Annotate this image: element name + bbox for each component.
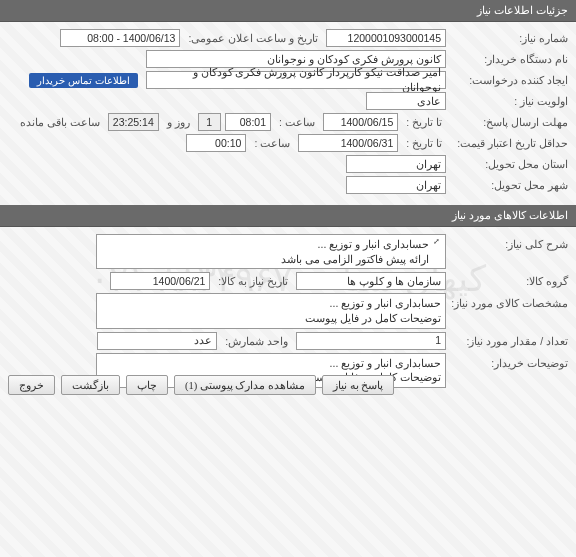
- field-deadline-date: 1400/06/15: [323, 113, 398, 131]
- attachments-button[interactable]: مشاهده مدارک پیوستی (1): [174, 375, 316, 395]
- label-buyer-comments: توضیحات خریدار:: [450, 353, 568, 369]
- field-delivery-city: تهران: [346, 176, 446, 194]
- field-request-creator: امیر صداقت نیکو کارپرداز کانون پرورش فکر…: [146, 71, 446, 89]
- field-deadline-countdown: 23:25:14: [108, 113, 159, 131]
- need-desc-line1: حسابداری انبار و توزیع ...: [281, 237, 429, 252]
- label-price-min-date: حداقل تاریخ اعتبار قیمت:: [450, 137, 568, 149]
- sublabel-time-1: ساعت :: [279, 116, 315, 128]
- sublabel-hours-remaining: ساعت باقی مانده: [20, 116, 100, 128]
- label-response-deadline: مهلت ارسال پاسخ:: [450, 116, 568, 128]
- field-price-time: 00:10: [186, 134, 246, 152]
- item-spec-line2: توضیحات کامل در فایل پیوست: [101, 311, 441, 326]
- field-qty: 1: [296, 332, 446, 350]
- label-item-spec: مشخصات کالای مورد نیاز:: [450, 293, 568, 309]
- section-need-info: شماره نیاز: 1200001093000145 تاریخ و ساع…: [0, 22, 576, 205]
- field-product-group: سازمان ها و کلوپ ها: [296, 272, 446, 290]
- back-button[interactable]: بازگشت: [61, 375, 120, 395]
- label-announce-datetime: تاریخ و ساعت اعلان عمومی:: [188, 32, 318, 44]
- page-container: جزئیات اطلاعات نیاز شماره نیاز: 12000010…: [0, 0, 576, 399]
- label-need-to-product-date: تاریخ نیاز به کالا:: [218, 275, 288, 287]
- sublabel-days-and: روز و: [167, 116, 190, 128]
- field-need-to-product-date: 1400/06/21: [110, 272, 210, 290]
- footer-buttons: خروج بازگشت چاپ مشاهده مدارک پیوستی (1) …: [8, 375, 568, 395]
- label-priority: اولویت نیاز :: [450, 95, 568, 107]
- label-unit: واحد شمارش:: [225, 335, 288, 347]
- label-product-group: گروه کالا:: [450, 275, 568, 287]
- field-deadline-time: 08:01: [225, 113, 271, 131]
- sublabel-to-date-1: تا تاریخ :: [406, 116, 442, 128]
- label-qty: تعداد / مقدار مورد نیاز:: [450, 335, 568, 347]
- section-items-info: شرح کلی نیاز: ⤢ حسابداری انبار و توزیع .…: [0, 227, 576, 399]
- item-spec-line1: حسابداری انبار و توزیع ...: [101, 296, 441, 311]
- sublabel-to-date-2: تا تاریخ :: [406, 137, 442, 149]
- label-need-desc: شرح کلی نیاز:: [450, 234, 568, 250]
- field-item-spec: حسابداری انبار و توزیع ... توضیحات کامل …: [96, 293, 446, 328]
- label-need-number: شماره نیاز:: [450, 32, 568, 44]
- label-delivery-province: استان محل تحویل:: [450, 158, 568, 170]
- field-priority: عادی: [366, 92, 446, 110]
- panel-header-items-info: اطلاعات کالاهای مورد نیاز: [0, 205, 576, 227]
- field-need-number: 1200001093000145: [326, 29, 446, 47]
- respond-button[interactable]: پاسخ به نیاز: [322, 375, 394, 395]
- need-desc-line2: ارائه پیش فاکتور الزامی می باشد: [281, 252, 429, 267]
- field-price-date: 1400/06/31: [298, 134, 398, 152]
- field-deadline-days: 1: [198, 113, 221, 131]
- buyer-comments-line1: حسابداری انبار و توزیع ...: [101, 356, 441, 371]
- tag-contact-buyer[interactable]: اطلاعات تماس خریدار: [29, 73, 138, 88]
- field-need-desc: ⤢ حسابداری انبار و توزیع ... ارائه پیش ف…: [96, 234, 446, 269]
- expand-icon[interactable]: ⤢: [431, 237, 441, 247]
- panel-header-need-info: جزئیات اطلاعات نیاز: [0, 0, 576, 22]
- field-announce-datetime: 1400/06/13 - 08:00: [60, 29, 180, 47]
- label-delivery-city: شهر محل تحویل:: [450, 179, 568, 191]
- label-request-creator: ایجاد کننده درخواست:: [450, 74, 568, 86]
- label-buyer-dept: نام دستگاه خریدار:: [450, 53, 568, 65]
- sublabel-time-2: ساعت :: [254, 137, 290, 149]
- exit-button[interactable]: خروج: [8, 375, 55, 395]
- field-unit: عدد: [97, 332, 217, 350]
- field-delivery-province: تهران: [346, 155, 446, 173]
- print-button[interactable]: چاپ: [126, 375, 168, 395]
